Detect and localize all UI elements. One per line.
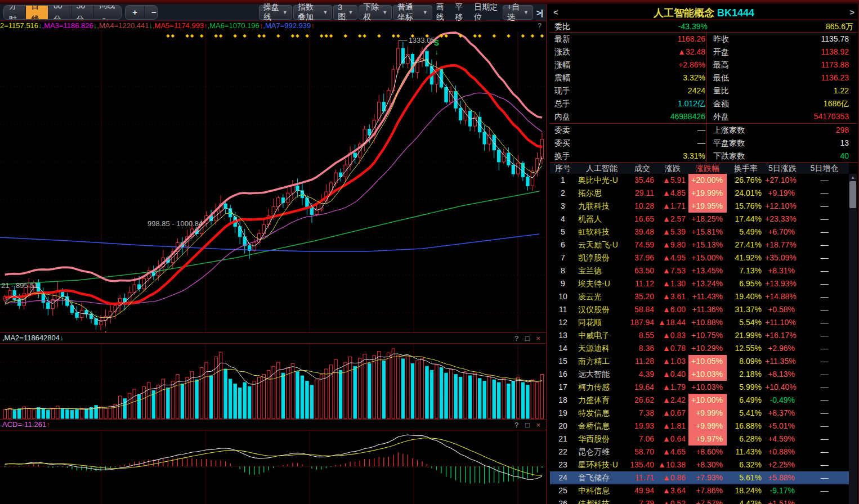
table-cell: ▲18.44 (657, 316, 688, 329)
pane-close-icon[interactable]: × (536, 334, 543, 343)
help-icon[interactable]: ? (538, 21, 542, 30)
table-row[interactable]: 16远大智能4.39▲0.40+10.03%2.18%+8.13%— (550, 368, 849, 381)
candlestick-chart[interactable]: ◆◆◆◆◆◆◆◆◆◆◆◆◆◆◆◆◆◆◆◆◆◆◆◆◆◆◆◆◆◆◆◆◆◆◆◆↑BS↓… (0, 30, 546, 332)
table-cell: 35.46 (628, 174, 657, 187)
table-cell: ▲1.30 (657, 277, 688, 290)
svg-text:21 - 895.51: 21 - 895.51 (1, 281, 38, 290)
table-row[interactable]: 25中科信息49.94▲3.64+7.86%18.24%-9.17%— (550, 484, 849, 497)
table-cell: 10.28 (628, 200, 657, 213)
column-header[interactable]: 换手率 (727, 163, 765, 174)
table-row[interactable]: 9埃夫特-U11.12▲1.30+13.24%6.95%+13.93%— (550, 277, 849, 290)
zoom-in-button[interactable]: + (126, 6, 145, 19)
table-row[interactable]: 1奥比中光-U35.46▲5.91+20.00%26.76%+27.10%— (550, 174, 849, 187)
table-cell: 16 (550, 368, 576, 381)
period-tab[interactable]: 分时 (4, 5, 26, 20)
svg-text:◆: ◆ (392, 33, 396, 38)
table-row[interactable]: 23星环科技-U135.40▲10.38+8.30%6.32%+2.25%— (550, 458, 849, 471)
table-cell: ▲2.57 (657, 213, 688, 226)
table-row[interactable]: 11汉仪股份58.84▲6.00+11.36%31.37%+0.58%— (550, 303, 849, 316)
svg-text:◆: ◆ (219, 33, 223, 38)
column-header[interactable]: 涨跌幅 (688, 163, 727, 174)
table-cell: 5.49% (727, 226, 765, 238)
table-row[interactable]: 4机器人16.65▲2.57+18.25%17.44%+23.33%— (550, 213, 849, 226)
period-tab[interactable]: 60分 (48, 5, 71, 20)
table-cell: 6.32% (727, 458, 765, 471)
column-header[interactable]: 成交 (628, 163, 657, 174)
table-cell: +9.19% (765, 187, 800, 200)
table-row[interactable]: 5虹软科技39.48▲5.39+15.81%5.49%+6.70%— (550, 226, 849, 238)
table-cell: +18.77% (765, 238, 800, 251)
toolbar-button[interactable]: 操盘线▼ (259, 5, 292, 20)
table-row[interactable]: 14天源迪科8.36▲0.78+10.29%12.55%+2.96%— (550, 342, 849, 355)
toolbar-button[interactable]: 平移 (452, 2, 470, 22)
table-cell: +9.97% (688, 433, 727, 446)
table-cell: 2.18% (727, 368, 765, 381)
toolbar-button[interactable]: 3图▼ (333, 5, 357, 20)
toolbar-button[interactable]: 画线 (433, 2, 451, 22)
zoom-out-button[interactable]: − (145, 6, 158, 19)
table-cell: +15.13% (688, 238, 727, 251)
pane-maximize-icon[interactable]: □ (525, 334, 532, 343)
table-cell: 机器人 (576, 213, 628, 226)
table-cell: +23.33% (765, 213, 800, 226)
period-tab[interactable]: 30分 (71, 5, 95, 20)
table-row[interactable]: 17柯力传感19.64▲1.79+10.03%5.99%+10.40%— (550, 381, 849, 394)
table-row[interactable]: 21华西股份7.06▲0.64+9.97%6.28%+4.59%— (550, 433, 849, 446)
table-scrollbar[interactable]: ▴ (849, 174, 857, 504)
table-cell: 15.76% (727, 200, 765, 213)
table-row[interactable]: 8宝兰德63.50▲7.53+13.45%7.13%+8.31%— (550, 264, 849, 277)
table-row[interactable]: 7凯淳股份37.96▲4.95+15.00%41.92%+35.09%— (550, 251, 849, 264)
column-header[interactable]: 5日增仓 (800, 163, 849, 174)
table-cell: 17 (550, 381, 576, 394)
table-row[interactable]: 10凌云光35.20▲3.61+11.43%19.40%+14.88%— (550, 290, 849, 303)
svg-text:◆: ◆ (540, 33, 544, 38)
table-cell: ▲1.71 (657, 200, 688, 213)
scrollbar-thumb[interactable] (849, 181, 856, 208)
column-header[interactable]: 5日涨跌 (765, 163, 800, 174)
table-row[interactable]: 22昆仑万维58.70▲4.65+8.60%11.43%+0.88%— (550, 446, 849, 458)
pane-maximize-icon[interactable]: □ (525, 421, 532, 429)
table-row[interactable]: 24音飞储存11.71▲0.86+7.93%5.61%+5.88%— (550, 471, 849, 484)
table-cell: 星环科技-U (576, 458, 628, 471)
column-header[interactable]: 人工智能 (576, 163, 628, 174)
ma-indicator-labels: 2=1157.516↓,MA3=1186.826↓,MA4=1220.441↓,… (0, 21, 546, 30)
svg-text:◆: ◆ (320, 33, 324, 38)
pane-close-icon[interactable]: × (536, 421, 543, 429)
table-row[interactable]: 26佳都科技7.39▲0.52+7.57%4.42%+1.51%— (550, 497, 849, 504)
macd-chart[interactable] (0, 430, 546, 504)
table-row[interactable]: 12同花顺187.94▲18.44+10.88%5.54%+11.10%— (550, 316, 849, 329)
pane-help-icon[interactable]: ? (514, 421, 521, 429)
table-cell: 27.41% (727, 238, 765, 251)
table-cell: +19.99% (688, 187, 727, 200)
column-header[interactable]: 序号 (550, 163, 576, 174)
table-cell: 金桥信息 (576, 420, 628, 433)
table-cell: ▲5.39 (657, 226, 688, 238)
table-row[interactable]: 6云天励飞-U74.59▲9.80+15.13%27.41%+18.77%— (550, 238, 849, 251)
table-cell: 6.95% (727, 277, 765, 290)
toolbar-button[interactable]: 普通坐标▼ (393, 5, 432, 20)
toolbar-button[interactable]: 下除权▼ (359, 5, 392, 20)
toolbar-button[interactable]: 日期定位 (471, 2, 502, 22)
table-cell: +0.88% (765, 446, 800, 458)
volume-chart[interactable] (0, 344, 546, 419)
quote-row: 涨跌▲32.48开盘1138.92 (550, 46, 858, 58)
table-row[interactable]: 15南方精工11.28▲1.03+10.05%8.09%+11.35%— (550, 355, 849, 368)
toolbar-button[interactable]: 指数叠加▼ (293, 5, 333, 20)
next-stock-arrow[interactable]: > (849, 7, 854, 17)
table-row[interactable]: 19特发信息7.38▲0.67+9.99%5.41%+8.37%— (550, 407, 849, 420)
table-row[interactable]: 3九联科技10.28▲1.71+19.95%15.76%+12.10%— (550, 200, 849, 213)
table-row[interactable]: 20金桥信息19.93▲1.81+9.99%16.88%+5.01%— (550, 420, 849, 433)
scrollbar-up-arrow[interactable]: ▴ (849, 174, 857, 181)
table-row[interactable]: 13中威电子8.55▲0.83+10.75%21.99%+16.17%— (550, 329, 849, 342)
table-cell: 7.38 (628, 407, 657, 420)
pane-help-icon[interactable]: ? (514, 334, 521, 343)
period-tab[interactable]: 周线▼ (94, 5, 121, 20)
table-row[interactable]: 18力盛体育26.62▲2.42+10.00%6.49%-0.49%— (550, 394, 849, 407)
table-cell: +1.51% (765, 497, 800, 504)
period-tab[interactable]: 日线 (26, 5, 48, 20)
table-cell: +10.03% (688, 368, 727, 381)
table-row[interactable]: 2拓尔思29.11▲4.85+19.99%24.01%+9.19%— (550, 187, 849, 200)
collapse-panel-icon[interactable]: >| (536, 8, 543, 17)
toolbar-button[interactable]: +自选▼ (503, 5, 533, 20)
column-header[interactable]: 涨跌 (657, 163, 688, 174)
